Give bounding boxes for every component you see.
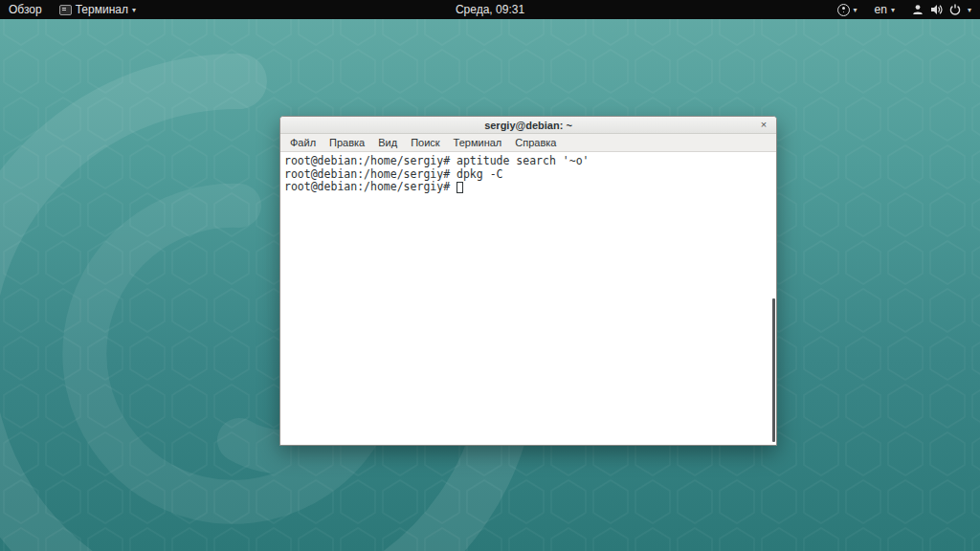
terminal-cursor [457,182,463,193]
app-menu-terminal[interactable]: Терминал ▾ [51,0,145,19]
terminal-scrollbar[interactable] [772,152,776,445]
user-icon [912,4,924,15]
accessibility-menu[interactable]: ▾ [829,0,866,19]
chevron-down-icon: ▾ [854,6,858,14]
menu-help[interactable]: Справка [509,135,562,150]
accessibility-icon [837,4,850,16]
chevron-down-icon: ▾ [968,6,971,14]
menu-bar: Файл Правка Вид Поиск Терминал Справка [280,134,776,152]
input-source-menu[interactable]: en ▾ [866,0,903,19]
window-titlebar[interactable]: sergiy@debian: ~ × [280,117,776,134]
menu-search[interactable]: Поиск [405,135,445,150]
chevron-down-icon: ▾ [132,6,136,14]
activities-button[interactable]: Обзор [0,0,51,19]
terminal-icon [59,5,72,15]
menu-terminal[interactable]: Терминал [448,135,508,150]
menu-edit[interactable]: Правка [323,135,370,150]
terminal-line: root@debian:/home/sergiy# aptitude searc… [284,155,776,168]
language-label: en [875,3,887,16]
menu-view[interactable]: Вид [372,135,403,150]
close-button[interactable]: × [757,119,770,132]
chevron-down-icon: ▾ [891,6,895,14]
system-menu[interactable]: ▾ [903,0,980,19]
window-title: sergiy@debian: ~ [280,120,776,131]
activities-label: Обзор [9,3,42,16]
scrollbar-thumb[interactable] [772,298,775,442]
volume-icon [930,4,943,15]
terminal-prompt: root@debian:/home/sergiy# [284,180,457,193]
top-bar: Обзор Терминал ▾ Среда, 09:31 ▾ en ▾ [0,0,980,19]
terminal-line: root@debian:/home/sergiy# [284,181,776,194]
terminal-line: root@debian:/home/sergiy# dpkg -C [284,168,776,182]
terminal-output-area[interactable]: root@debian:/home/sergiy# aptitude searc… [280,152,776,445]
menu-file[interactable]: Файл [284,135,322,150]
power-icon [949,4,961,15]
terminal-window: sergiy@debian: ~ × Файл Правка Вид Поиск… [279,116,777,446]
app-menu-label: Терминал [76,3,128,16]
